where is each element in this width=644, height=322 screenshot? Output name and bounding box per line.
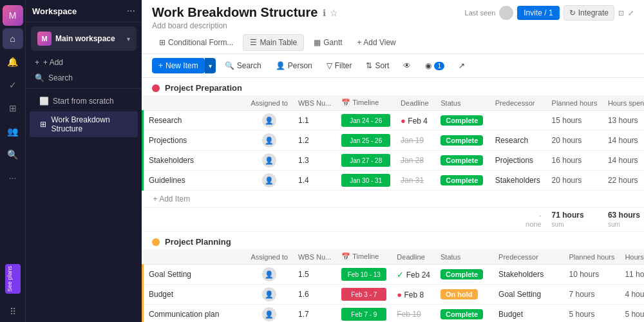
row-status[interactable]: Complete [435,265,493,285]
row-assigned[interactable]: 👤 [246,171,293,191]
integrate-button[interactable]: ↻ Integrate [564,5,614,21]
row-timeline[interactable]: Jan 25 - 26 [336,131,395,151]
add-description-btn[interactable]: Add board description [152,21,338,30]
row-timeline[interactable]: Jan 30 - 31 [336,171,395,191]
new-item-dropdown-btn[interactable]: ▾ [205,58,216,73]
row-name[interactable]: Budget [143,285,246,305]
expand-icon[interactable]: ⊡ [618,9,624,17]
search-nav-btn[interactable]: 🔍 Search [26,70,142,86]
group-name: Project Planning [165,237,231,247]
row-status[interactable]: Complete [435,305,493,323]
row-predecessor: Research [490,131,547,151]
row-assigned[interactable]: 👤 [246,305,293,323]
row-status[interactable]: On hold [435,285,493,305]
logo-icon[interactable]: M [3,5,23,26]
add-view-btn[interactable]: + Add View [352,35,401,50]
sort-toolbar-icon: ⇅ [366,61,372,70]
row-assigned[interactable]: 👤 [246,265,293,285]
col-header-spent: Hours spent [603,95,644,111]
row-status[interactable]: Complete [435,151,489,171]
workspace-selector[interactable]: M Main workspace ▾ [31,26,137,51]
row-timeline[interactable]: Feb 7 - 9 [336,305,392,323]
tab-gantt[interactable]: ▦ Gantt [307,34,349,51]
form-tab-icon: ⊞ [159,38,166,47]
toolbar: + New Item ▾ 🔍 Search 👤 Person ▽ Filter … [142,54,644,78]
row-planned: 16 hours [547,151,603,171]
person-avatar: 👤 [262,307,276,321]
new-item-icon: + [158,61,163,70]
row-deadline: ✓ Feb 24 [392,265,435,285]
search-icon[interactable]: 🔍 [3,144,23,165]
row-wbs: 1.6 [293,285,336,305]
col-header-planned: Planned hours [547,95,603,111]
table-row: Goal Setting 👤 1.5 Feb 10 - 13 ✓ Feb 24 … [143,265,645,285]
fullscreen-icon[interactable]: ⤢ [628,9,634,17]
grid-icon[interactable]: ⠿ [3,301,23,322]
row-timeline[interactable]: Jan 24 - 26 [336,111,395,131]
invite-button[interactable]: Invite / 1 [517,6,559,20]
table-row: Guidelines 👤 1.4 Jan 30 - 31 Jan 31 Comp… [143,171,645,191]
info-icon[interactable]: ℹ [323,8,326,18]
person-toolbar-icon: 👤 [276,61,285,70]
row-deadline: Feb 10 [392,305,435,323]
share-toolbar-btn[interactable]: ↗ [453,59,470,73]
search-toolbar-btn[interactable]: 🔍 Search [220,59,267,73]
count-toolbar-btn[interactable]: ◉ 1 [420,59,450,73]
row-planned: 7 hours [564,285,620,305]
table-row: Communication plan 👤 1.7 Feb 7 - 9 Feb 1… [143,305,645,323]
header: Work Breakdown Structure ℹ ☆ Add board d… [142,0,644,54]
row-timeline[interactable]: Feb 10 - 13 [336,265,392,285]
page-title: Work Breakdown Structure [152,5,317,20]
col-header-wbs: WBS Nu... [293,95,336,111]
hide-toolbar-btn[interactable]: 👁 [398,59,416,73]
row-name[interactable]: Goal Setting [143,265,246,285]
group-project-preparation: Project Preparation Assigned to WBS Nu..… [142,78,644,232]
row-deadline: ● Feb 8 [392,285,435,305]
filter-toolbar-btn[interactable]: ▽ Filter [321,59,357,73]
row-name[interactable]: Research [143,111,246,131]
workspace-dots[interactable]: ··· [127,5,135,17]
tab-main-table[interactable]: ☰ Main Table [243,34,304,51]
home-icon[interactable]: ⌂ [3,28,23,49]
more-icon[interactable]: ··· [3,167,23,188]
row-timeline[interactable]: Feb 3 - 7 [336,285,392,305]
nav-wbs[interactable]: ⊞ Work Breakdown Structure [30,111,138,137]
row-name[interactable]: Projections [143,131,246,151]
row-name[interactable]: Guidelines [143,171,246,191]
inbox-icon[interactable]: 🔔 [3,52,23,72]
icon-sidebar: M ⌂ 🔔 ✓ ⊞ 👥 🔍 ··· See plans ⠿ [0,0,26,322]
gantt-tab-icon: ▦ [314,38,321,47]
see-plans-btn[interactable]: See plans [5,264,21,294]
sort-toolbar-btn[interactable]: ⇅ Sort [361,59,394,73]
row-assigned[interactable]: 👤 [246,131,293,151]
mywork-icon[interactable]: ✓ [3,75,23,95]
avatar [499,6,513,20]
row-status[interactable]: Complete [435,111,489,131]
search-nav-icon: 🔍 [35,73,44,82]
col-header-name [143,249,246,265]
row-timeline[interactable]: Jan 27 - 28 [336,151,395,171]
star-icon[interactable]: ☆ [330,8,338,18]
new-item-button[interactable]: + New Item [152,58,205,73]
row-name[interactable]: Stakeholders [143,151,246,171]
people-icon[interactable]: 👥 [3,121,23,142]
add-nav-btn[interactable]: + + Add [26,55,142,70]
nav-start-from-scratch[interactable]: ⬜ Start from scratch [30,92,138,110]
row-assigned[interactable]: 👤 [246,151,293,171]
col-header-predecessor: Predecessor [493,249,564,265]
plus-icon: + [35,58,39,67]
row-name[interactable]: Communication plan [143,305,246,323]
row-predecessor [490,111,547,131]
row-deadline: Jan 31 [395,171,435,191]
col-header-assigned: Assigned to [246,95,293,111]
none-label[interactable]: -none [526,211,541,228]
tab-conditional-form[interactable]: ⊞ Conditional Form... [152,34,240,51]
board-icon[interactable]: ⊞ [3,98,23,118]
add-item-row-preparation[interactable]: + Add Item [143,191,645,208]
row-status[interactable]: Complete [435,171,489,191]
col-header-status: Status [435,95,489,111]
row-status[interactable]: Complete [435,131,489,151]
person-toolbar-btn[interactable]: 👤 Person [270,59,317,73]
row-assigned[interactable]: 👤 [246,285,293,305]
row-assigned[interactable]: 👤 [246,111,293,131]
